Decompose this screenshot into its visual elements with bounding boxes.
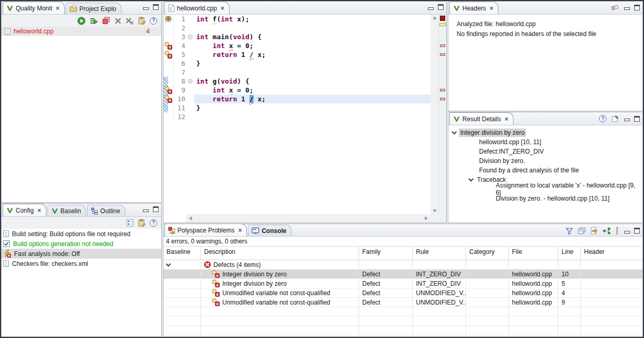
scroll-down-icon[interactable] <box>433 209 437 213</box>
defect-marker-icon[interactable] <box>440 98 445 100</box>
minimize-icon[interactable] <box>624 116 629 121</box>
column-header[interactable]: Header <box>581 247 642 260</box>
checkers-selection-icon[interactable] <box>126 219 134 227</box>
maximize-icon[interactable] <box>438 4 444 10</box>
chevron-down-icon[interactable] <box>469 177 474 182</box>
code-line[interactable]: 6} <box>163 59 431 68</box>
tree-item[interactable]: Assignment to local variable 'x' - hello… <box>448 184 642 194</box>
fold-collapse-icon[interactable] <box>186 34 194 39</box>
code-area[interactable]: 1int f(int x);23int main(void) {x4 int x… <box>163 15 431 214</box>
empty-row[interactable] <box>163 317 642 326</box>
minimize-icon[interactable] <box>624 228 629 234</box>
config-item[interactable]: Fast analysis mode: Off <box>2 249 161 259</box>
help-icon[interactable]: ? <box>150 219 157 227</box>
help-icon[interactable]: ? <box>150 17 157 25</box>
tab-config[interactable]: Config × <box>3 204 46 216</box>
run-options-icon[interactable] <box>90 17 98 25</box>
maximize-icon[interactable] <box>634 228 640 234</box>
maximize-icon[interactable] <box>634 5 640 10</box>
maximize-icon[interactable] <box>153 206 159 212</box>
tree-item[interactable]: Division by zero. <box>448 156 642 166</box>
filter-icon[interactable] <box>566 227 573 235</box>
tab-headers[interactable]: Headers × <box>449 2 498 14</box>
bulbx-icon[interactable]: x <box>164 51 172 59</box>
overview-ruler[interactable] <box>438 15 446 214</box>
code-line[interactable]: 7 <box>163 68 431 77</box>
tab-helloworld-cpp[interactable]: c helloworld.cpp × <box>164 2 230 14</box>
maximize-icon[interactable] <box>634 116 640 122</box>
close-icon[interactable]: × <box>490 5 493 12</box>
close-icon[interactable]: × <box>238 227 242 234</box>
column-header[interactable]: Baseline <box>163 247 201 260</box>
config-item[interactable]: Build setting: Build options file not re… <box>2 229 161 239</box>
tab-outline[interactable]: Outline <box>87 205 125 216</box>
scroll-right-icon[interactable] <box>425 216 428 220</box>
code-line[interactable]: 3int main(void) { <box>163 32 431 41</box>
tab-quality-monitor[interactable]: Quality Monit × <box>3 2 65 14</box>
minimize-icon[interactable] <box>624 5 629 10</box>
bulbx-icon[interactable]: x <box>164 42 172 50</box>
code-line[interactable]: 2 <box>163 24 431 32</box>
remove-result-icon[interactable] <box>114 17 122 25</box>
code-line[interactable]: 8int g(void) { <box>163 77 431 86</box>
tab-result-details[interactable]: Result Details × <box>449 112 514 125</box>
remove-all-results-icon[interactable] <box>126 17 134 25</box>
fold-collapse-icon[interactable] <box>186 79 194 84</box>
show-graph-icon[interactable] <box>603 227 611 235</box>
clear-icon[interactable] <box>611 4 619 10</box>
scroll-left-icon[interactable] <box>189 216 192 220</box>
code-line[interactable]: 11} <box>163 103 431 112</box>
tree-item[interactable]: Found by a direct analysis of the file <box>448 166 642 175</box>
code-line[interactable]: x5 return 1 / x; <box>163 50 431 59</box>
tab-console[interactable]: Console <box>248 225 291 236</box>
file-row[interactable]: helloworld.cpp4 <box>2 27 161 36</box>
help-icon[interactable]: ? <box>599 115 606 122</box>
tab-polyspace-problems[interactable]: Polyspace Problems × <box>164 224 247 236</box>
column-header[interactable]: Line <box>558 247 581 260</box>
close-icon[interactable]: × <box>221 5 224 12</box>
close-icon[interactable]: × <box>38 207 41 214</box>
tree-item[interactable]: Defect:INT_ZERO_DIV <box>448 147 642 156</box>
problem-row[interactable]: xInteger division by zeroDefectINT_ZERO_… <box>163 279 642 288</box>
tree-item[interactable]: Integer division by zero <box>448 128 642 137</box>
defect-marker-icon[interactable] <box>440 89 445 91</box>
open-review-icon[interactable] <box>611 115 619 122</box>
run-analysis-icon[interactable] <box>77 17 86 25</box>
code-line[interactable]: x9 int x = 0; <box>163 86 431 95</box>
problem-row[interactable]: xUnmodified variable not const-qualified… <box>163 298 642 307</box>
minimize-icon[interactable] <box>142 5 148 10</box>
code-line[interactable]: x10 return 1 / x; <box>163 95 431 103</box>
code-line[interactable]: 12 <box>163 112 431 121</box>
tab-project-explorer[interactable]: Project Explo <box>66 3 122 14</box>
column-header[interactable]: Rule <box>413 247 466 260</box>
column-header[interactable]: Category <box>466 247 509 260</box>
horizontal-scrollbar[interactable] <box>163 214 446 223</box>
stop-analysis-icon[interactable] <box>102 17 110 25</box>
review-options-icon[interactable] <box>138 219 146 227</box>
chevron-down-icon[interactable] <box>166 261 171 266</box>
defect-marker-icon[interactable] <box>440 53 445 56</box>
chevron-down-icon[interactable] <box>452 130 457 135</box>
close-icon[interactable]: × <box>505 115 508 123</box>
view-menu-icon[interactable] <box>615 227 619 235</box>
defects-group-row[interactable]: Defects (4 items) <box>163 260 642 270</box>
column-header[interactable]: Family <box>359 247 413 260</box>
config-item[interactable]: Checkers file: checkers.xml <box>2 259 161 269</box>
scroll-up-icon[interactable] <box>433 16 437 19</box>
review-options-icon[interactable] <box>138 17 146 25</box>
empty-row[interactable] <box>163 307 642 317</box>
problem-row[interactable]: xInteger division by zeroDefectINT_ZERO_… <box>163 270 642 279</box>
close-icon[interactable]: × <box>56 5 59 12</box>
bulbx-icon[interactable]: x <box>164 95 172 103</box>
config-item[interactable]: Build options generation not needed <box>2 239 161 249</box>
maximize-icon[interactable] <box>153 4 159 10</box>
column-header[interactable]: File <box>509 247 558 260</box>
copy-icon[interactable] <box>578 227 586 235</box>
bug-icon[interactable] <box>164 15 172 22</box>
empty-row[interactable] <box>163 335 642 336</box>
code-line[interactable]: 1int f(int x); <box>163 15 431 24</box>
export-icon[interactable] <box>590 227 598 235</box>
defect-marker-icon[interactable] <box>440 44 445 47</box>
empty-row[interactable] <box>163 326 642 335</box>
minimize-icon[interactable] <box>427 5 433 10</box>
